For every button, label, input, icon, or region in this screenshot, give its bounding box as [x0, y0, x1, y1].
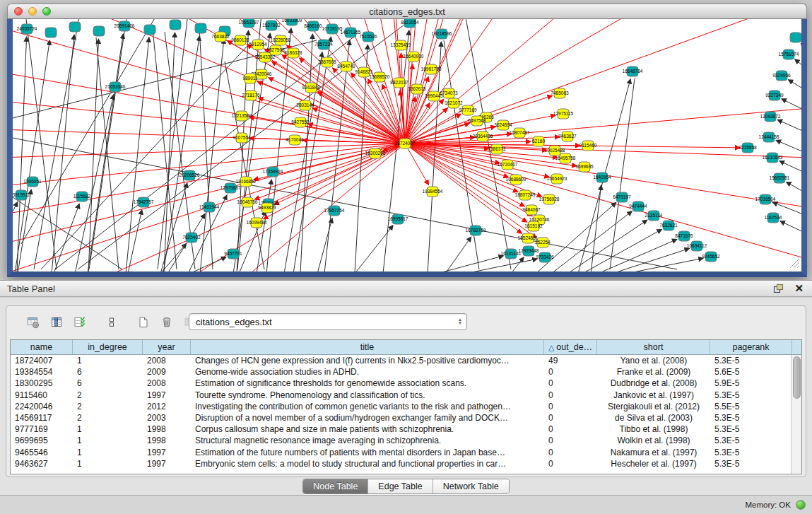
svg-text:2367608: 2367608	[318, 59, 336, 64]
cell-short: Hescheler et al. (1997)	[597, 458, 710, 469]
svg-text:7625402: 7625402	[182, 235, 201, 240]
svg-text:19384554: 19384554	[423, 189, 443, 194]
cell-title: Corpus callosum shape and size in male p…	[191, 424, 544, 435]
column-header-out_de[interactable]: △out_de…	[544, 340, 597, 354]
svg-text:16961758: 16961758	[421, 66, 442, 71]
tab-network-table[interactable]: Network Table	[433, 479, 509, 493]
delete-table-icon[interactable]	[158, 314, 175, 331]
table-selector-dropdown[interactable]: citations_edges.txt ▲▼	[189, 313, 467, 330]
svg-text:18807249: 18807249	[515, 192, 536, 197]
svg-text:8427552: 8427552	[291, 119, 310, 124]
cell-name: 9699695	[11, 435, 73, 446]
cell-title: Estimation of the future numbers of pati…	[191, 447, 544, 458]
column-header-pagerank[interactable]: pagerank	[710, 340, 792, 354]
window-titlebar[interactable]: citations_edges.txt	[7, 4, 807, 19]
cell-name: 19384554	[11, 366, 73, 378]
table-scrollbar[interactable]	[791, 355, 801, 474]
memory-status-label: Memory: OK	[745, 501, 791, 509]
column-header-year[interactable]: year	[143, 340, 191, 354]
svg-text:10688609: 10688609	[506, 177, 526, 182]
svg-text:20364436: 20364436	[473, 134, 493, 139]
cell-in_degree: 1	[73, 355, 143, 366]
citation-network-graph[interactable]: 2405572420691406106532871527802160338098…	[13, 19, 801, 271]
cell-name: 22420046	[11, 401, 73, 412]
show-columns-icon[interactable]	[48, 314, 65, 331]
table-header-row: namein_degreeyeartitle△out_de…shortpager…	[11, 340, 801, 355]
table-mode-icon[interactable]	[25, 314, 42, 331]
svg-text:8454749: 8454749	[337, 64, 355, 69]
table-row[interactable]: 977716911998Corpus callosum shape and si…	[11, 424, 791, 435]
table-row[interactable]: 1938455462009Genome-wide association stu…	[11, 366, 791, 378]
tab-edge-table[interactable]: Edge Table	[368, 479, 433, 493]
float-panel-icon[interactable]	[772, 282, 784, 295]
table-row[interactable]: 1456911722003Disruption of a novel membe…	[11, 412, 791, 424]
column-header-in_degree[interactable]: in_degree	[73, 340, 143, 354]
svg-text:1527802: 1527802	[262, 23, 281, 28]
sort-ascending-icon: △	[548, 343, 554, 351]
network-canvas[interactable]: 2405572420691406106532871527802160338098…	[13, 19, 801, 271]
column-header-title[interactable]: title	[191, 340, 544, 354]
table-row[interactable]: 946362711997Embryonic stem cells: a mode…	[11, 458, 791, 469]
scrollbar-thumb[interactable]	[793, 356, 801, 399]
table-row[interactable]: 911546021997Tourette syndrome. Phenomeno…	[11, 390, 791, 401]
svg-text:8466160: 8466160	[304, 23, 322, 28]
table-tab-group: Node TableEdge TableNetwork Table	[302, 479, 509, 494]
cell-short: Yano et al. (2008)	[597, 355, 710, 366]
table-row[interactable]: 946554611997Estimation of the future num…	[11, 447, 791, 458]
close-panel-icon[interactable]: ✕	[794, 282, 804, 295]
cell-name: 18724007	[11, 355, 73, 366]
memory-status-led[interactable]	[796, 500, 806, 510]
svg-text:2135114: 2135114	[645, 213, 663, 218]
table-row[interactable]: 1830029562008Estimation of significance …	[11, 378, 791, 389]
cell-in_degree: 1	[73, 435, 143, 446]
cell-in_degree: 2	[73, 401, 143, 412]
svg-text:9493823: 9493823	[258, 205, 276, 210]
svg-text:16099484: 16099484	[247, 220, 267, 225]
column-header-short[interactable]: short	[597, 340, 710, 354]
node-table: namein_degreeyeartitle△out_de…shortpager…	[10, 339, 802, 474]
cell-in_degree: 1	[73, 447, 143, 458]
create-column-icon[interactable]	[71, 314, 88, 331]
svg-text:16543382: 16543382	[255, 54, 276, 59]
row-height-icon[interactable]	[103, 314, 120, 331]
table-body: 1872400712008Changes of HCN gene express…	[11, 355, 791, 474]
column-header-name[interactable]: name	[11, 340, 73, 354]
table-panel-header: Table Panel ✕	[0, 280, 812, 297]
table-panel-title: Table Panel	[7, 284, 772, 294]
cell-pagerank: 5.3E-5	[710, 412, 791, 424]
svg-text:9484067: 9484067	[522, 207, 541, 212]
svg-text:11451944: 11451944	[199, 204, 220, 209]
cell-in_degree: 2	[73, 412, 143, 424]
svg-text:9245652: 9245652	[702, 254, 720, 259]
svg-text:10025488: 10025488	[545, 148, 565, 153]
svg-text:8215958: 8215958	[739, 145, 757, 150]
cell-title: Estimation of significance thresholds fo…	[191, 378, 544, 389]
svg-text:17016504: 17016504	[755, 197, 776, 201]
svg-text:9457791: 9457791	[224, 251, 242, 256]
table-row[interactable]: 2242004622012Investigating the contribut…	[11, 401, 791, 412]
svg-text:1640954: 1640954	[593, 175, 611, 180]
cell-short: de Silva et al. (2003)	[597, 412, 710, 424]
table-row[interactable]: 969969511998Structural magnetic resonanc…	[11, 435, 791, 446]
cell-short: Stergiakouli et al. (2012)	[597, 401, 710, 412]
window-title: citations_edges.txt	[8, 6, 806, 17]
svg-text:3915911: 3915911	[13, 192, 30, 197]
svg-text:24055724: 24055724	[17, 26, 37, 31]
svg-text:10719195: 10719195	[322, 26, 343, 31]
svg-text:7515526: 7515526	[359, 34, 377, 39]
svg-text:10807487: 10807487	[510, 130, 530, 135]
svg-text:8813054: 8813054	[401, 20, 419, 25]
cell-out_de: 0	[544, 412, 597, 424]
table-row[interactable]: 1872400712008Changes of HCN gene express…	[11, 355, 791, 366]
svg-text:12213569: 12213569	[232, 113, 252, 118]
svg-text:18226058: 18226058	[271, 37, 291, 42]
svg-text:19218596: 19218596	[432, 31, 452, 36]
cell-name: 9465546	[11, 447, 73, 458]
svg-text:17359924: 17359924	[263, 169, 283, 174]
cell-short: Dudbridge et al. (2008)	[597, 378, 710, 389]
svg-text:15751074: 15751074	[779, 52, 799, 57]
cell-year: 2009	[143, 366, 191, 378]
new-table-icon[interactable]	[135, 314, 152, 331]
tab-node-table[interactable]: Node Table	[303, 479, 368, 493]
svg-text:2718176: 2718176	[242, 93, 260, 98]
